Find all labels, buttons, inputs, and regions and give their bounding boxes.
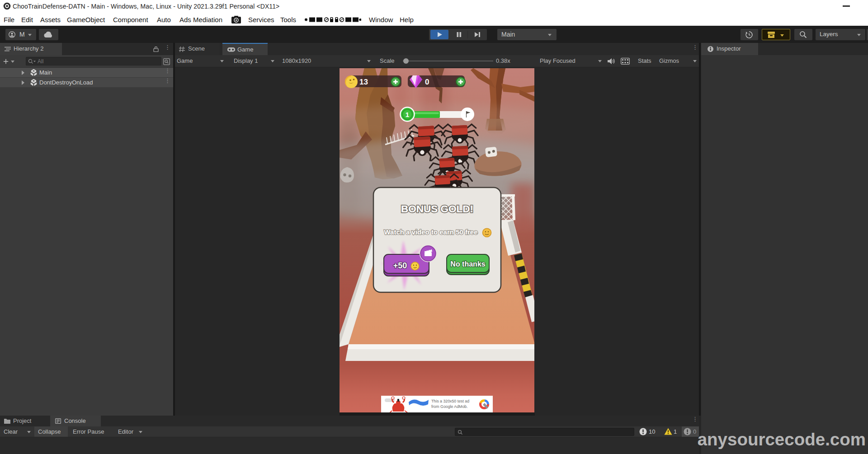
svg-text:13: 13: [359, 78, 368, 86]
svg-text:0: 0: [425, 78, 429, 86]
svg-text:No thanks: No thanks: [450, 260, 485, 268]
svg-text:This a 320x50 test ad: This a 320x50 test ad: [431, 399, 469, 403]
svg-text:1: 1: [406, 111, 409, 118]
svg-text:+50: +50: [393, 261, 407, 270]
svg-text:Watch a video to earn 50 free: Watch a video to earn 50 free: [384, 228, 477, 236]
svg-text:from Google AdMob.: from Google AdMob.: [431, 404, 468, 409]
svg-text:BONUS GOLD!: BONUS GOLD!: [401, 203, 473, 215]
